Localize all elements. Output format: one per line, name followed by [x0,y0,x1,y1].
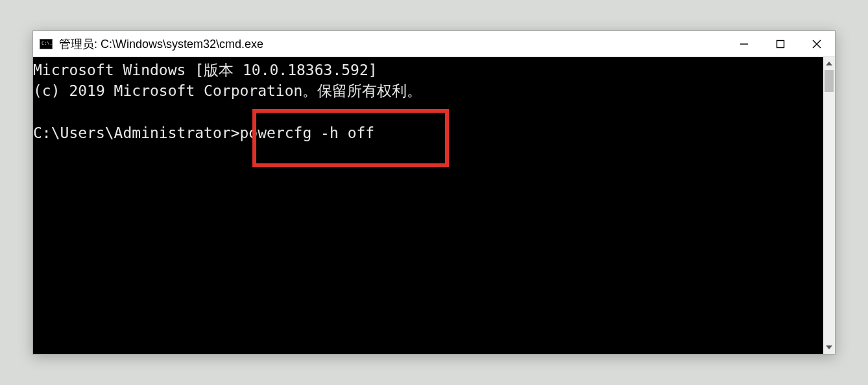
close-icon [812,40,821,49]
svg-rect-1 [777,40,784,47]
maximize-button[interactable] [762,31,799,56]
output-version-line: Microsoft Windows [版本 10.0.18363.592] [33,62,378,78]
scroll-thumb[interactable] [825,70,834,92]
vertical-scrollbar[interactable] [823,57,835,354]
scroll-track[interactable] [823,70,835,341]
cmd-icon: C:\. [40,39,53,49]
terminal-area: Microsoft Windows [版本 10.0.18363.592] (c… [33,57,835,354]
prompt-text: C:\Users\Administrator> [33,124,240,141]
command-text: powercfg -h off [240,124,375,141]
svg-marker-5 [826,345,832,349]
svg-marker-4 [826,62,832,65]
scroll-down-arrow-icon[interactable] [823,341,835,354]
titlebar[interactable]: C:\. 管理员: C:\Windows\system32\cmd.exe [33,31,835,57]
maximize-icon [776,40,785,49]
window-controls [726,31,835,56]
close-button[interactable] [799,31,835,56]
window-title: 管理员: C:\Windows\system32\cmd.exe [59,36,263,52]
minimize-icon [740,40,749,49]
terminal-output[interactable]: Microsoft Windows [版本 10.0.18363.592] (c… [33,57,823,354]
output-copyright-line: (c) 2019 Microsoft Corporation。保留所有权利。 [33,82,422,99]
cmd-window: C:\. 管理员: C:\Windows\system32\cmd.exe Mi… [32,30,836,355]
minimize-button[interactable] [726,31,762,56]
scroll-up-arrow-icon[interactable] [823,57,835,70]
